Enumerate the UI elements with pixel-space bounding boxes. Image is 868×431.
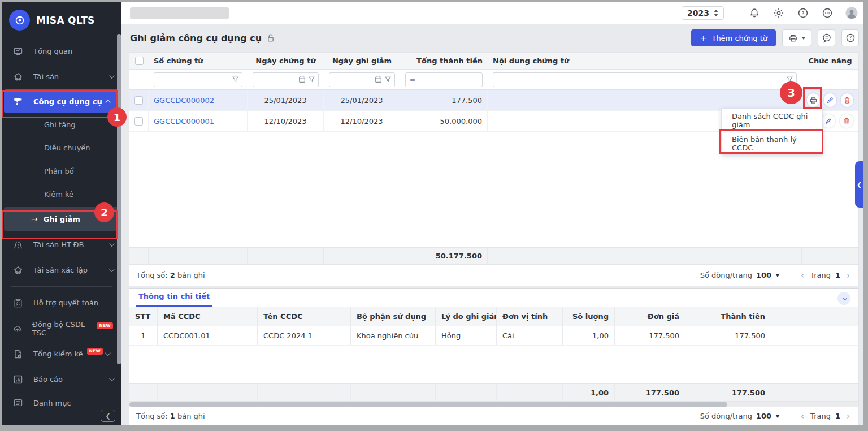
select-caret-icon [775, 274, 780, 277]
prev-page-button[interactable]: ‹ [799, 270, 806, 281]
row-checkbox[interactable] [134, 117, 143, 126]
menu-item-bien-ban-thanh-ly[interactable]: Biên bản thanh lý CCDC [722, 132, 822, 154]
content-filter-input[interactable] [493, 72, 797, 87]
next-page-button[interactable]: › [845, 270, 852, 281]
col-bo-phan[interactable]: Bộ phận sử dụng [351, 307, 436, 326]
notifications-bell-icon[interactable] [748, 7, 761, 19]
col-total-amount[interactable]: Tổng thành tiền [400, 53, 488, 69]
detail-tabbar: Thông tin chi tiết [129, 288, 859, 307]
row-checkbox[interactable] [134, 96, 143, 105]
sidebar-item-ho-tro-quyet-toan[interactable]: Hỗ trợ quyết toán [2, 290, 121, 316]
trash-icon [843, 117, 850, 125]
select-all-checkbox[interactable] [135, 57, 144, 65]
col-don-vi[interactable]: Đơn vị tính [497, 307, 563, 326]
filter-funnel-icon [308, 76, 315, 83]
detail-collapse-button[interactable] [837, 292, 850, 305]
feedback-chat-button[interactable] [818, 29, 835, 46]
year-spinner[interactable] [714, 10, 718, 16]
print-row-button[interactable] [807, 93, 819, 107]
detail-row[interactable]: 1 CCDC001.01 CCDC 2024 1 Khoa nghiên cứu… [129, 326, 859, 346]
rows-per-page-select[interactable]: Số dòng/trang 100 [700, 412, 780, 420]
stt-cell: 1 [129, 326, 158, 345]
sidebar-subitem-phan-bo[interactable]: Phân bổ [2, 160, 121, 183]
sidebar-subitem-ghi-giam[interactable]: → Ghi giảm [4, 207, 119, 231]
sidebar-item-bao-cao[interactable]: Báo cáo [2, 367, 121, 392]
dept-cell: Khoa nghiên cứu [351, 326, 436, 345]
cloud-sync-icon [13, 324, 22, 334]
sidebar-subitem-ghi-tang[interactable]: Ghi tăng [2, 113, 121, 136]
doc-date-filter-input[interactable] [253, 72, 319, 87]
next-page-button[interactable]: › [845, 411, 852, 421]
unit-cell: Cái [497, 326, 563, 345]
print-dropdown-button[interactable] [782, 29, 811, 46]
chevron-down-icon [109, 266, 115, 272]
col-content[interactable]: Nội dung chứng từ [488, 53, 802, 69]
delete-row-button[interactable] [840, 114, 853, 128]
col-doc-date[interactable]: Ngày chứng từ [248, 53, 324, 69]
pencil-icon [824, 117, 832, 125]
help-button[interactable]: ? [841, 29, 859, 46]
rows-per-page-value: 100 [756, 271, 771, 279]
doc-no-filter-input[interactable] [154, 72, 242, 87]
doc-no-link[interactable]: GGCCDC000001 [154, 117, 214, 126]
sidebar-bottom: ❮ [101, 410, 115, 422]
col-so-luong[interactable]: Số lượng [563, 307, 615, 326]
sidebar-subitem-dieu-chuyen[interactable]: Điều chuyển [2, 136, 121, 160]
reduce-date-filter-input[interactable] [329, 72, 395, 87]
user-avatar[interactable] [845, 7, 858, 19]
prev-page-button[interactable]: ‹ [799, 411, 806, 421]
topbar-divider [736, 7, 736, 19]
sidebar-item-cong-cu-dung-cu[interactable]: Công cụ dụng cụ [4, 89, 119, 113]
menu-item-danh-sach-ccdc[interactable]: Danh sách CCDC ghi giảm [722, 109, 822, 132]
sidebar-scrollbar[interactable] [117, 34, 121, 364]
svg-text:?: ? [849, 35, 852, 41]
settings-gear-icon[interactable] [772, 7, 785, 19]
col-actions[interactable]: Chức năng [802, 53, 858, 69]
horizontal-scrollbar-thumb[interactable] [129, 402, 727, 407]
edit-row-button[interactable] [822, 114, 835, 128]
equals-operator[interactable]: = [409, 76, 415, 84]
table-header-row: Số chứng từ Ngày chứng từ Ngày ghi giảm … [129, 53, 858, 70]
sidebar-item-tai-san-xac-lap[interactable]: Tài sản xác lập [2, 257, 121, 283]
right-panel-toggle[interactable]: ❮ [855, 161, 863, 208]
more-options-icon[interactable] [821, 7, 834, 19]
filter-row: = [129, 70, 858, 90]
delete-row-button[interactable] [841, 93, 853, 107]
col-stt[interactable]: STT [129, 307, 158, 326]
sidebar-item-tai-san-ht-db[interactable]: Tài sản HT-ĐB [2, 232, 121, 257]
col-thanh-tien[interactable]: Thành tiền [685, 307, 771, 326]
col-reduce-date[interactable]: Ngày ghi giảm [324, 53, 400, 69]
sidebar-item-label: Tổng kiểm kê [33, 350, 83, 358]
col-don-gia[interactable]: Đơn giá [615, 307, 685, 326]
chevron-down-icon [109, 376, 115, 381]
col-ma-ccdc[interactable]: Mã CCDC [158, 307, 258, 326]
sidebar-item-tai-san[interactable]: Tài sản [2, 64, 121, 89]
add-document-button[interactable]: + Thêm chứng từ [691, 29, 776, 46]
col-doc-no[interactable]: Số chứng từ [149, 53, 248, 69]
horizontal-scrollbar [129, 402, 859, 407]
sidebar-collapse-button[interactable]: ❮ [101, 410, 115, 422]
rows-per-page-select[interactable]: Số dòng/trang 100 [700, 271, 780, 279]
sidebar-subitem-kiem-ke[interactable]: Kiểm kê [2, 183, 121, 206]
table-row[interactable]: GGCCDC000002 25/01/2023 25/01/2023 177.5… [129, 90, 858, 111]
doc-no-link[interactable]: GGCCDC000002 [154, 96, 214, 105]
pencil-icon [826, 96, 834, 104]
tab-thong-tin-chi-tiet[interactable]: Thông tin chi tiết [136, 292, 212, 307]
sidebar-item-dong-bo-csdl-tsc[interactable]: Đồng bộ CSDL TSC NEW [2, 316, 121, 341]
reduce-date-cell: 12/10/2023 [324, 111, 400, 131]
sidebar-item-tong-kiem-ke[interactable]: Tổng kiểm kê NEW [2, 341, 121, 367]
year-selector[interactable]: 2023 [682, 6, 724, 20]
chevron-up-icon [105, 99, 111, 105]
sidebar-item-label: Đồng bộ CSDL TSC [32, 320, 93, 337]
filter-funnel-icon [786, 76, 793, 83]
col-ly-do[interactable]: Lý do ghi giảm [436, 307, 497, 326]
col-ten-ccdc[interactable]: Tên CCDC [258, 307, 351, 326]
help-icon[interactable]: ? [797, 7, 809, 19]
tools-icon [13, 96, 23, 106]
sidebar-item-label: Tài sản xác lập [33, 266, 88, 274]
sidebar-item-tong-quan[interactable]: Tổng quan [2, 38, 121, 64]
edit-row-button[interactable] [824, 93, 836, 107]
unlock-icon[interactable] [266, 33, 275, 42]
pagination: Số dòng/trang 100 ‹ Trang 1 › [700, 411, 852, 421]
amount-filter-input[interactable]: = [405, 72, 483, 87]
